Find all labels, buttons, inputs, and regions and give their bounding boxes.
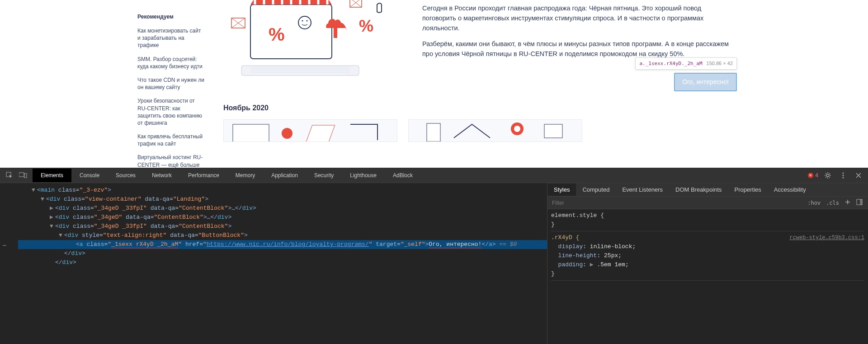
sidebar-item[interactable]: Уроки безопасности от RU-CENTER: как защ… <box>137 97 205 127</box>
settings-icon[interactable] <box>822 170 834 181</box>
svg-point-11 <box>282 128 292 139</box>
sidebar-title: Рекомендуем <box>137 14 205 20</box>
svg-rect-12 <box>306 125 335 142</box>
styles-subtab-properties[interactable]: Properties <box>728 184 768 196</box>
devtools: Elements Console Sources Network Perform… <box>0 168 868 344</box>
article-paragraph: Разберём, какими они бывают, в чём плюсы… <box>422 39 737 59</box>
sidebar-item[interactable]: Как монетизировать сайт и зарабатывать н… <box>137 27 205 49</box>
selected-element-node[interactable]: <a class="_1sexx rX4yD _2h_aM" href="htt… <box>18 240 547 249</box>
new-rule-icon[interactable] <box>842 198 854 207</box>
styles-subtab-styles[interactable]: Styles <box>547 184 576 196</box>
error-count: 4 <box>815 172 818 179</box>
devtools-tab-security[interactable]: Security <box>306 169 342 182</box>
devtools-tab-network[interactable]: Network <box>144 169 180 182</box>
styles-subtab-dom-breakpoints[interactable]: DOM Breakpoints <box>669 184 728 196</box>
cta-button[interactable]: Ого, интересно! a._1sexx.rX4yD._2h_aM 15… <box>674 73 737 91</box>
devtools-tabbar: Elements Console Sources Network Perform… <box>0 168 868 183</box>
styles-panel: Styles Computed Event Listeners DOM Brea… <box>547 183 868 344</box>
inspect-element-icon[interactable] <box>4 170 15 181</box>
styles-filter-input[interactable] <box>550 198 805 208</box>
svg-point-21 <box>843 172 844 174</box>
styles-rules[interactable]: element.style { } rcweb-style…c59b3.css:… <box>547 209 868 344</box>
more-icon[interactable] <box>837 170 849 181</box>
svg-point-23 <box>843 177 844 178</box>
article-paragraph: Сегодня в России проходит главная распро… <box>422 4 737 33</box>
devtools-tab-adblock[interactable]: AdBlock <box>385 169 421 182</box>
svg-text:%: % <box>359 17 373 35</box>
svg-point-4 <box>307 20 308 22</box>
svg-rect-25 <box>860 199 862 205</box>
error-icon: ✕ <box>808 173 813 178</box>
panel-toggle-icon[interactable] <box>854 198 865 207</box>
styles-subtab-accessibility[interactable]: Accessibility <box>768 184 812 196</box>
svg-text:%: % <box>269 24 285 44</box>
svg-point-20 <box>826 174 829 177</box>
sidebar-item[interactable]: Что такое CDN и нужен ли он вашему сайту <box>137 76 205 91</box>
svg-point-22 <box>843 174 844 176</box>
svg-rect-10 <box>233 124 269 142</box>
svg-rect-19 <box>24 174 27 178</box>
card-illustration[interactable] <box>408 119 582 142</box>
devtools-tab-elements[interactable]: Elements <box>33 169 71 182</box>
svg-rect-16 <box>544 124 562 138</box>
devtools-tab-console[interactable]: Console <box>71 169 108 182</box>
breakpoint-gutter[interactable]: ⋯ <box>3 241 6 250</box>
styles-subtab-computed[interactable]: Computed <box>576 184 616 196</box>
close-icon[interactable] <box>853 170 864 181</box>
devtools-tab-performance[interactable]: Performance <box>180 169 227 182</box>
svg-rect-13 <box>427 123 440 141</box>
inspect-tooltip: a._1sexx.rX4yD._2h_aM 150.86 × 42 <box>635 57 737 70</box>
inspect-dimensions: 150.86 × 42 <box>707 61 733 66</box>
cls-toggle[interactable]: .cls <box>823 199 842 207</box>
page-viewport: Рекомендуем Как монетизировать сайт и за… <box>0 0 868 168</box>
svg-point-3 <box>302 20 303 22</box>
sidebar: Рекомендуем Как монетизировать сайт и за… <box>131 0 212 168</box>
svg-rect-0 <box>250 5 332 59</box>
hero-illustration: % % <box>223 0 404 86</box>
sidebar-item[interactable]: SMM. Разбор соцсетей: куда какому бизнес… <box>137 56 205 70</box>
devtools-tab-application[interactable]: Application <box>263 169 306 182</box>
hov-toggle[interactable]: :hov <box>805 199 823 207</box>
devtools-tab-lighthouse[interactable]: Lighthouse <box>342 169 385 182</box>
styles-subtab-listeners[interactable]: Event Listeners <box>616 184 669 196</box>
device-toolbar-icon[interactable] <box>17 170 29 181</box>
svg-rect-18 <box>19 173 24 177</box>
devtools-tab-memory[interactable]: Memory <box>227 169 263 182</box>
article-body: Сегодня в России проходит главная распро… <box>422 0 737 91</box>
month-heading: Ноябрь 2020 <box>223 104 868 112</box>
card-illustration[interactable] <box>223 119 397 142</box>
sidebar-item[interactable]: Как привлечь бесплатный трафик на сайт <box>137 133 205 147</box>
inspect-selector: a._1sexx.rX4yD._2h_aM <box>639 61 702 66</box>
error-badge[interactable]: ✕ 4 <box>808 172 818 179</box>
devtools-tab-sources[interactable]: Sources <box>108 169 144 182</box>
elements-tree[interactable]: ⋯ ▼<main class="_3-ezv"> ▼<div class="vi… <box>0 183 547 344</box>
source-link[interactable]: rcweb-style…c59b3.css:1 <box>789 233 864 242</box>
sidebar-item[interactable]: Виртуальный хостинг RU-CENTER — ещё боль… <box>137 154 205 168</box>
svg-point-15 <box>514 126 520 132</box>
